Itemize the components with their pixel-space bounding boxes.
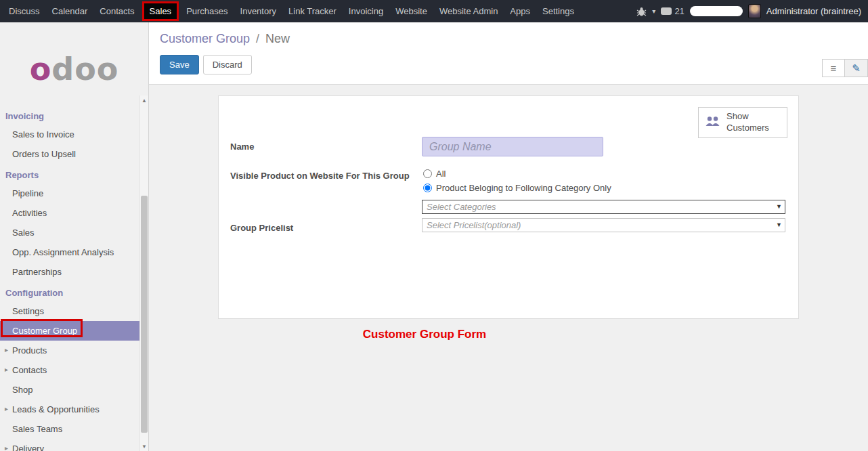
select-caret-icon: ▼ (776, 221, 782, 228)
customers-group-icon (705, 116, 721, 129)
sidebar-item-settings[interactable]: Settings (0, 301, 139, 321)
user-avatar[interactable] (748, 4, 761, 18)
chevron-right-icon: ▸ (5, 405, 8, 412)
sidebar-item-label: Shop (12, 385, 32, 395)
breadcrumb: Customer Group / New (160, 32, 868, 46)
debug-bug-icon[interactable] (636, 7, 647, 16)
chevron-right-icon: ▸ (5, 444, 8, 451)
option-category-row: Product Beloging to Following Category O… (422, 180, 785, 194)
sidebar-item-activities[interactable]: Activities (0, 203, 139, 223)
sidebar-item-sales-to-invoice[interactable]: Sales to Invoice (0, 125, 139, 144)
name-field-row: Name (230, 137, 785, 156)
section-invoicing: Invoicing (0, 105, 139, 125)
menu-website-admin[interactable]: Website Admin (433, 0, 504, 22)
section-configuration: Configuration (0, 282, 139, 301)
sidebar-item-sales-teams[interactable]: Sales Teams (0, 419, 139, 439)
sidebar-nav: Invoicing Sales to Invoice Orders to Ups… (0, 105, 148, 451)
radio-category-label: Product Beloging to Following Category O… (436, 183, 611, 193)
menu-calendar[interactable]: Calendar (46, 0, 94, 22)
sidebar-item-label: Opp. Assignment Analysis (12, 247, 114, 257)
action-buttons: Save Discard (160, 55, 868, 74)
sidebar-item-label: Activities (12, 208, 47, 218)
form-sheet: Show Customers Name Visible Product on W… (218, 95, 799, 319)
option-all-row: All (422, 166, 785, 180)
chat-bubble-icon (661, 7, 672, 15)
systray: ▾ 21 Administrator (braintree) (636, 4, 868, 18)
sidebar-item-label: Sales to Invoice (12, 129, 74, 139)
pricelist-field-row: Group Pricelist Select Pricelist(optiona… (230, 218, 785, 233)
pricelist-select[interactable]: Select Pricelist(optional) ▼ (422, 218, 785, 232)
show-customers-label: Show Customers (726, 111, 781, 134)
timer-widget[interactable] (690, 6, 743, 16)
messages-button[interactable]: 21 (661, 6, 684, 16)
menu-website[interactable]: Website (389, 0, 433, 22)
name-label: Name (230, 137, 422, 156)
edit-icon: ✎ (852, 62, 861, 74)
sidebar-item-partnerships[interactable]: Partnerships (0, 262, 139, 282)
sidebar-item-orders-to-upsell[interactable]: Orders to Upsell (0, 144, 139, 164)
sidebar-item-contacts[interactable]: ▸Contacts (0, 360, 139, 380)
sidebar-item-pipeline[interactable]: Pipeline (0, 184, 139, 203)
menu-link-tracker[interactable]: Link Tracker (282, 0, 343, 22)
discard-button[interactable]: Discard (203, 55, 252, 74)
form-content-area: Show Customers Name Visible Product on W… (149, 85, 868, 451)
sidebar-item-label: Partnerships (12, 267, 62, 277)
categories-placeholder: Select Categories (427, 202, 496, 212)
pricelist-placeholder: Select Pricelist(optional) (427, 220, 521, 230)
sidebar-item-label: Sales Teams (12, 424, 62, 434)
radio-all-label: All (436, 169, 446, 179)
sidebar-item-label: Sales (12, 228, 35, 238)
sidebar-item-sales[interactable]: Sales (0, 223, 139, 242)
select-caret-icon: ▼ (776, 203, 782, 210)
top-menubar: Discuss Calendar Contacts Sales Purchase… (0, 0, 868, 22)
sidebar: odoo Invoicing Sales to Invoice Orders t… (0, 22, 149, 451)
sidebar-item-label: Products (12, 345, 47, 356)
user-menu[interactable]: Administrator (braintree) (766, 6, 861, 16)
categories-select[interactable]: Select Categories ▼ (422, 200, 785, 214)
scroll-up-icon[interactable]: ▲ (140, 95, 148, 105)
sidebar-item-label: Settings (12, 306, 44, 316)
menu-settings[interactable]: Settings (536, 0, 580, 22)
sidebar-item-customer-group[interactable]: Customer Group (0, 321, 139, 341)
menu-invoicing[interactable]: Invoicing (343, 0, 389, 22)
menu-purchases[interactable]: Purchases (180, 0, 234, 22)
radio-category-only[interactable] (423, 184, 432, 192)
scroll-down-icon[interactable]: ▼ (140, 442, 148, 451)
sidebar-item-delivery[interactable]: ▸Delivery (0, 439, 139, 451)
sidebar-item-opp-assignment-analysis[interactable]: Opp. Assignment Analysis (0, 242, 139, 262)
sidebar-scrollbar[interactable]: ▲ ▼ (139, 95, 148, 451)
form-view-button[interactable]: ✎ (845, 59, 868, 77)
sidebar-item-products[interactable]: ▸Products (0, 341, 139, 360)
breadcrumb-customer-group[interactable]: Customer Group (160, 32, 250, 45)
annotation-caption: Customer Group Form (149, 328, 784, 341)
menu-contacts[interactable]: Contacts (93, 0, 140, 22)
sidebar-item-label: Customer Group (12, 326, 77, 336)
group-name-input[interactable] (422, 137, 603, 156)
control-panel: Customer Group / New Save Discard ≡ ✎ (149, 22, 868, 85)
group-pricelist-label: Group Pricelist (230, 218, 422, 233)
debug-caret-icon[interactable]: ▾ (652, 7, 655, 15)
main-area: Customer Group / New Save Discard ≡ ✎ (149, 22, 868, 451)
sidebar-item-label: Delivery (12, 444, 44, 451)
breadcrumb-separator: / (256, 32, 259, 45)
menu-discuss[interactable]: Discuss (3, 0, 46, 22)
save-button[interactable]: Save (160, 55, 199, 74)
menu-apps[interactable]: Apps (504, 0, 536, 22)
menu-inventory[interactable]: Inventory (234, 0, 282, 22)
visible-product-label: Visible Product on Website For This Grou… (230, 166, 422, 214)
odoo-app: Discuss Calendar Contacts Sales Purchase… (0, 0, 868, 451)
messages-count: 21 (674, 6, 684, 16)
sidebar-item-leads-opportunities[interactable]: ▸Leads & Opportunities (0, 400, 139, 419)
list-icon: ≡ (831, 62, 837, 74)
sidebar-item-label: Orders to Upsell (12, 149, 76, 159)
show-customers-button[interactable]: Show Customers (698, 107, 787, 138)
chevron-right-icon: ▸ (5, 366, 8, 373)
sidebar-item-shop[interactable]: Shop (0, 380, 139, 400)
logo-letter-accent: o (30, 51, 52, 87)
list-view-button[interactable]: ≡ (822, 59, 845, 77)
scrollbar-thumb[interactable] (141, 196, 148, 433)
radio-all[interactable] (423, 169, 432, 178)
visible-product-field-row: Visible Product on Website For This Grou… (230, 166, 785, 214)
odoo-logo[interactable]: odoo (0, 22, 148, 105)
menu-sales[interactable]: Sales (150, 6, 172, 16)
